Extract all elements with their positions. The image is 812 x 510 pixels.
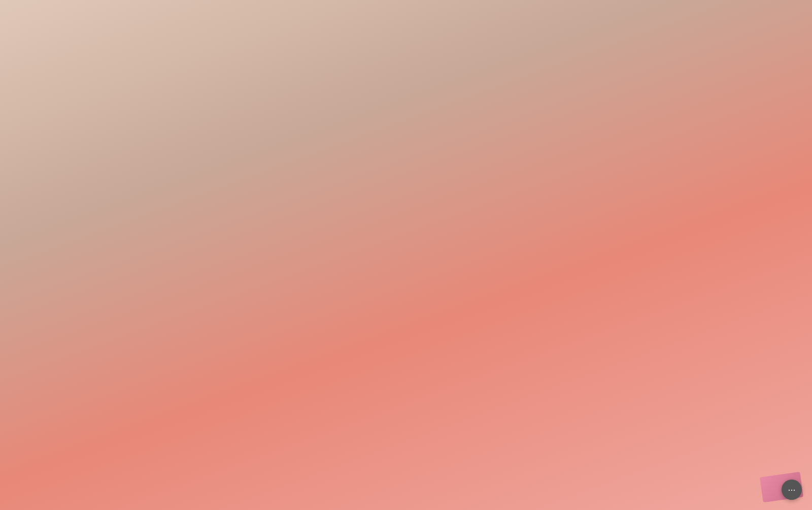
chat-bubble-button[interactable]: ···: [782, 480, 802, 500]
gallery-image-pink[interactable]: [235, 323, 396, 435]
page-container: MW Now shipping in NEW PACKAGING Same Pr…: [56, 10, 756, 450]
chat-bubble-icon: ···: [788, 485, 795, 495]
product-gallery: MW Now shipping in NEW PACKAGING Same Pr…: [71, 25, 396, 435]
